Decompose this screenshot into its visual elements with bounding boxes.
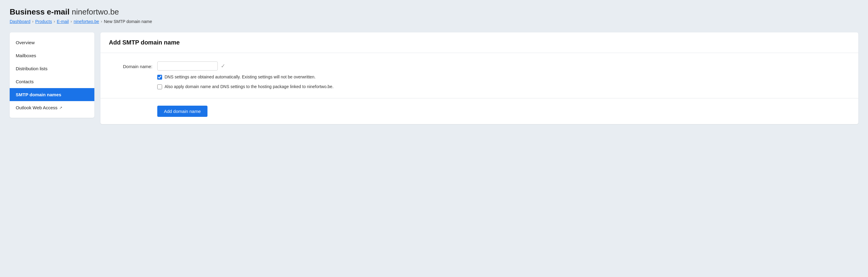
add-domain-name-button[interactable]: Add domain name bbox=[157, 106, 208, 117]
title-domain: ninefortwo.be bbox=[72, 7, 119, 16]
external-link-icon: ↗ bbox=[59, 106, 62, 110]
domain-name-row: Domain name: ✓ DNS settings are obtained… bbox=[100, 61, 858, 90]
sidebar-item-mailboxes[interactable]: Mailboxes bbox=[10, 49, 94, 62]
apply-hosting-checkbox[interactable] bbox=[157, 84, 162, 89]
sidebar-item-outlook-web-access[interactable]: Outlook Web Access ↗ bbox=[10, 101, 94, 114]
domain-name-input[interactable] bbox=[157, 61, 218, 71]
form-controls: ✓ DNS settings are obtained automaticall… bbox=[157, 61, 850, 90]
breadcrumb-email[interactable]: E-mail bbox=[57, 19, 69, 24]
domain-name-label: Domain name: bbox=[109, 61, 157, 69]
outlook-label: Outlook Web Access bbox=[16, 105, 58, 110]
input-row: ✓ bbox=[157, 61, 850, 71]
sidebar: Overview Mailboxes Distribution lists Co… bbox=[10, 32, 94, 118]
breadcrumb-products[interactable]: Products bbox=[35, 19, 52, 24]
page-title: Business e-mail ninefortwo.be bbox=[10, 7, 858, 17]
breadcrumb-sep-1: › bbox=[32, 19, 34, 24]
breadcrumb-sep-2: › bbox=[54, 19, 55, 24]
form-actions: Add domain name bbox=[100, 99, 858, 124]
sidebar-item-overview[interactable]: Overview bbox=[10, 36, 94, 49]
main-layout: Overview Mailboxes Distribution lists Co… bbox=[10, 32, 858, 124]
form-section: Domain name: ✓ DNS settings are obtained… bbox=[100, 53, 858, 99]
breadcrumb-sep-4: › bbox=[101, 19, 102, 24]
page-header: Business e-mail ninefortwo.be Dashboard … bbox=[10, 7, 858, 24]
apply-hosting-label[interactable]: Also apply domain name and DNS settings … bbox=[164, 84, 334, 90]
dns-auto-checkbox[interactable] bbox=[157, 75, 162, 80]
valid-indicator-icon: ✓ bbox=[221, 63, 225, 69]
breadcrumb-dashboard[interactable]: Dashboard bbox=[10, 19, 31, 24]
content-title: Add SMTP domain name bbox=[109, 39, 850, 46]
title-main: Business e-mail bbox=[10, 7, 69, 16]
breadcrumb-current: New SMTP domain name bbox=[104, 19, 152, 24]
content-header: Add SMTP domain name bbox=[100, 32, 858, 53]
breadcrumb: Dashboard › Products › E-mail › ninefort… bbox=[10, 19, 858, 24]
apply-hosting-checkbox-row: Also apply domain name and DNS settings … bbox=[157, 84, 850, 90]
content-area: Add SMTP domain name Domain name: ✓ DNS … bbox=[100, 32, 858, 124]
dns-auto-label[interactable]: DNS settings are obtained automatically.… bbox=[164, 74, 315, 80]
sidebar-item-distribution-lists[interactable]: Distribution lists bbox=[10, 62, 94, 75]
sidebar-item-smtp-domain-names[interactable]: SMTP domain names bbox=[10, 88, 94, 101]
sidebar-item-contacts[interactable]: Contacts bbox=[10, 75, 94, 88]
breadcrumb-sep-3: › bbox=[70, 19, 72, 24]
dns-auto-checkbox-row: DNS settings are obtained automatically.… bbox=[157, 74, 850, 80]
breadcrumb-domain[interactable]: ninefortwo.be bbox=[73, 19, 99, 24]
